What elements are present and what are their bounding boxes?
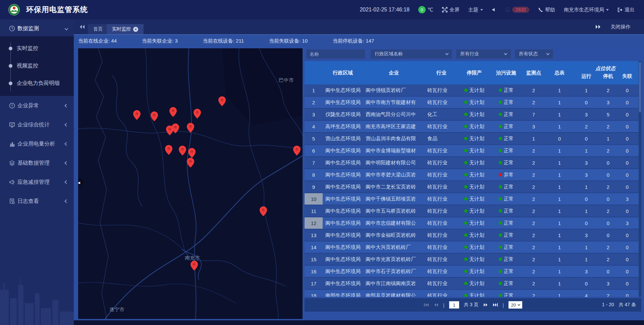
next-page-button[interactable] [483,303,488,307]
status-select[interactable]: 所有状态 [515,49,553,59]
table-row[interactable]: 15阆中生态环境局阆中市光富页岩机砖厂砖瓦行业无计划正常21120 [305,254,639,266]
sidebar-item-realtime-monitoring[interactable]: 实时监控 [0,43,74,54]
fullscreen-button[interactable]: 全屏 [442,7,460,13]
table-body: 1阆中生态环境局阆中强锐页岩砖厂砖瓦行业无计划正常211202阆中生态环境局阆中… [305,85,639,297]
scrollbar-thumb[interactable] [639,62,641,112]
cell-region: 仪陇生态环境局 [323,109,363,120]
cell-points: 2 [522,85,545,96]
map-panel[interactable]: 巴中市 南充市 遂宁市 ◀ [78,48,303,319]
status-dot-icon [499,137,502,140]
tab-bar: 首页 实时监控 × 关闭操作 [74,19,644,34]
table-row[interactable]: 1阆中生态环境局阆中强锐页岩砖厂砖瓦行业无计划正常21120 [305,85,639,97]
layers-icon [9,160,15,166]
table-row[interactable]: 3仪陇生态环境局西南油气田分公司川中化工无计划正常71350 [305,109,639,121]
table-row[interactable]: 18南部生态环境局南部县页岩建材有限公砖瓦行业无计划正常21420 [305,290,639,297]
map-pin[interactable] [133,110,141,120]
region-select[interactable]: 行政区域名称 [370,49,452,59]
sidebar-item-enterprise-abnormal[interactable]: 企业异常 [0,98,74,113]
table-row[interactable]: 6阆中生态环境局阆中市金博瑞新型墙材砖瓦行业无计划正常21120 [305,145,639,157]
status-dot-icon [499,173,502,176]
previous-page-button[interactable] [434,303,438,307]
close-operations-button[interactable]: 关闭操作 [610,24,631,30]
cell-meters: 1 [545,157,574,168]
pagination-separator: | [443,302,444,308]
map-pin[interactable] [194,109,201,119]
help-button[interactable]: 帮助 [538,7,555,13]
sidebar-item-video-monitoring[interactable]: 视频监控 [0,60,74,71]
sidebar-item-power-load-detail[interactable]: 企业电力负荷明细 [0,77,74,89]
tabs-scroll-left-icon[interactable] [79,24,85,30]
cell-treatment-status: 正常 [490,193,522,205]
header-meters: 总表 [545,61,574,85]
cell-meters: 1 [545,169,574,180]
cell-production-status: 无计划 [458,278,490,289]
name-search-input[interactable] [306,49,366,59]
cell-company: 阆中市忠信建材有限公 [363,217,425,229]
sidebar-item-log-viewer[interactable]: 日志查看 [0,194,74,209]
theme-menu[interactable]: 主题 [468,7,483,13]
org-menu[interactable]: 南充市生态环境局 [564,7,609,13]
sound-toggle[interactable] [492,7,496,12]
first-page-button[interactable] [424,303,429,307]
cell-run: 3 [574,229,599,241]
cell-offline: 3 [617,193,637,205]
table-row[interactable]: 13阆中生态环境局阆中市金福旺页岩机砖砖瓦行业无计划正常21300 [305,229,639,241]
map-pin[interactable] [188,148,196,158]
map-pin[interactable] [293,146,301,156]
sidebar-item-base-data-management[interactable]: 基础数据管理 [0,155,74,171]
status-dot-icon [499,125,502,128]
map-pin[interactable] [165,145,172,155]
table-row[interactable]: 2阆中生态环境局阆中市南方节能建材有砖瓦行业无计划正常21030 [305,97,639,109]
row-index: 3 [305,109,323,120]
logout-button[interactable]: 退出 [618,7,635,13]
close-tab-icon[interactable]: × [133,27,138,32]
map-pin[interactable] [179,146,186,156]
table-row[interactable]: 14阆中生态环境局阆中大兴页岩机砖厂砖瓦行业无计划正常21120 [305,241,639,254]
table-row[interactable]: 12阆中生态环境局阆中市忠信建材有限公砖瓦行业无计划正常21003 [305,217,639,229]
tab-home[interactable]: 首页 [88,24,108,34]
table-row[interactable]: 9阆中生态环境局阆中市二龙长宝页岩砖砖瓦行业无计划正常21120 [305,181,639,193]
header-point-status-group: 点位状态 [574,61,637,72]
map-pin[interactable] [187,158,194,168]
cell-run: 1 [574,181,599,193]
tab-realtime-monitoring[interactable]: 实时监控 × [107,24,144,34]
table-row[interactable]: 5营山生态环境局营山县润丰肉食品有限食品无计划正常10010 [305,133,639,145]
industry-select[interactable]: 所有行业 [456,49,511,59]
table-row[interactable]: 11阆中生态环境局阆中市五马桥页岩机砖砖瓦行业无计划正常21120 [305,205,639,217]
page-number-input[interactable] [449,301,459,309]
map-pin[interactable] [169,107,177,117]
map-pin[interactable] [260,206,267,216]
cell-treatment-status: 正常 [490,97,522,108]
cell-company: 阆中市金博瑞新型墙材 [363,145,425,156]
tabs-scroll-right-icon[interactable] [595,24,601,30]
last-page-button[interactable] [493,303,498,307]
map-pin[interactable] [218,96,226,106]
table-scrollbar[interactable] [639,61,641,297]
map-pin[interactable] [187,123,194,133]
sidebar-item-emergency-reduction[interactable]: 应急减排管理 [0,174,74,190]
map-pin[interactable] [172,123,179,133]
cell-company: 阆中大兴页岩机砖厂 [363,241,425,253]
sidebar-item-data-monitoring[interactable]: 数据监测 [0,21,74,36]
sidebar-submenu: 实时监控 视频监控 企业电力负荷明细 [0,36,74,96]
stat-offline-enterprises: 当前失联企业: 3 [142,38,178,44]
table-row[interactable]: 8阆中生态环境局阆中市枣碧大梁山页岩砖瓦行业无计划异常21300 [305,169,639,181]
cell-region: 阆中生态环境局 [323,85,363,96]
table-row[interactable]: 7阆中生态环境局阆中明阳建材有限公司砖瓦行业无计划正常21300 [305,157,639,169]
table-row[interactable]: 17阆中生态环境局阆中市江南镇阆南页岩砖瓦行业无计划正常21030 [305,278,639,290]
sidebar-item-power-usage-analysis[interactable]: 企业用电量分析 [0,136,74,152]
notifications[interactable]: 2632 [505,7,529,13]
cell-industry: 化工 [425,109,458,120]
cell-production-status: 无计划 [458,121,490,132]
map-pin[interactable] [151,111,158,121]
alert-circle-icon [9,103,15,109]
table-row[interactable]: 4高坪生态环境局南充市高坪区王家店建砖瓦行业无计划正常31220 [305,121,639,133]
map-pin[interactable] [191,261,198,271]
cell-treatment-status: 正常 [490,181,522,193]
table-row[interactable]: 16阆中生态环境局阆中市石子页岩机砖厂砖瓦行业无计划正常21300 [305,266,639,278]
status-dot-icon [464,89,468,92]
sidebar-item-enterprise-statistics[interactable]: 企业综合统计 [0,117,74,132]
page-size-select[interactable]: 20 [508,301,522,309]
table-row[interactable]: 10阆中生态环境局阆中千佛镇五郎垭页岩砖瓦行业无计划正常21003 [305,193,639,205]
status-dot-icon [499,294,502,297]
